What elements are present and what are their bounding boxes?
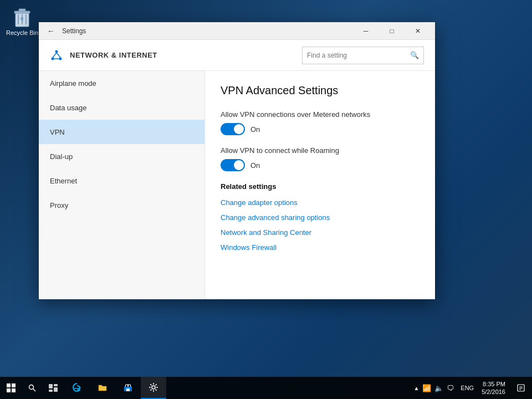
roaming-label: Allow VPN to connect while Roaming [221,146,420,155]
svg-rect-13 [12,383,16,387]
recycle-bin-label: Recycle Bin [6,29,38,36]
change-advanced-sharing-link[interactable]: Change advanced sharing options [221,213,420,222]
sidebar-item-proxy[interactable]: Proxy [39,193,204,217]
minimize-button[interactable]: ─ [353,22,378,40]
svg-rect-1 [14,11,30,13]
recycle-bin[interactable]: Recycle Bin [6,6,39,36]
svg-rect-2 [19,9,25,11]
svg-rect-12 [7,383,11,387]
notification-tray-icon[interactable]: 🗨 [447,384,454,392]
time-display: 8:35 PM [482,380,505,388]
sidebar-item-data-usage[interactable]: Data usage [39,95,204,120]
desktop: Recycle Bin ← Settings ─ □ ✕ NETWORK & [0,0,532,399]
svg-line-17 [33,389,36,392]
change-adapter-options-link[interactable]: Change adapter options [221,198,420,207]
roaming-toggle-row: On [221,159,420,171]
sidebar-item-airplane-mode[interactable]: Airplane mode [39,71,204,95]
edge-taskbar-app[interactable] [64,377,90,399]
search-icon: 🔍 [410,51,419,59]
network-sharing-center-link[interactable]: Network and Sharing Center [221,228,420,237]
roaming-setting: Allow VPN to connect while Roaming On [221,146,420,171]
metered-networks-toggle[interactable] [221,123,245,135]
start-button[interactable] [0,377,22,399]
roaming-state: On [250,161,260,170]
language-indicator: ENG [461,385,474,391]
close-button[interactable]: ✕ [405,22,431,40]
svg-point-6 [55,50,58,53]
content-area: VPN Advanced Settings Allow VPN connecti… [205,71,435,299]
svg-point-25 [152,386,155,389]
store-taskbar-app[interactable] [115,377,141,399]
sidebar: Airplane mode Data usage VPN Dial-up Eth… [39,71,205,299]
volume-tray-icon[interactable]: 🔈 [434,384,443,392]
file-explorer-taskbar-app[interactable] [90,377,115,399]
settings-taskbar-app[interactable] [141,377,166,399]
window-controls: ─ □ ✕ [353,22,431,40]
related-settings-section: Related settings Change adapter options … [221,182,420,252]
date-display: 5/2/2016 [482,388,505,396]
metered-networks-label: Allow VPN connections over Metered netwo… [221,110,420,119]
settings-body: Airplane mode Data usage VPN Dial-up Eth… [39,71,435,299]
window-title: Settings [59,27,353,35]
network-tray-icon: 📶 [422,384,431,392]
svg-line-10 [57,53,60,58]
related-settings-title: Related settings [221,182,420,191]
title-bar: ← Settings ─ □ ✕ [39,22,435,40]
header-title: NETWORK & INTERNET [70,51,295,59]
action-center-button[interactable] [510,377,532,399]
svg-point-16 [29,385,34,390]
sidebar-item-ethernet[interactable]: Ethernet [39,168,204,193]
network-icon [50,49,63,62]
svg-rect-15 [12,388,16,392]
metered-networks-state: On [250,125,260,134]
svg-rect-24 [126,388,130,391]
metered-networks-setting: Allow VPN connections over Metered netwo… [221,110,420,135]
svg-rect-18 [49,384,53,388]
taskbar-apps [64,377,410,399]
search-box[interactable]: 🔍 [302,47,424,64]
maximize-button[interactable]: □ [379,22,405,40]
taskbar-clock[interactable]: 8:35 PM 5/2/2016 [477,380,510,396]
taskbar-search-button[interactable] [22,377,42,399]
svg-line-9 [53,53,57,58]
windows-firewall-link[interactable]: Windows Firewall [221,243,420,252]
back-button[interactable]: ← [43,23,59,39]
svg-rect-19 [54,384,58,386]
roaming-toggle[interactable] [221,159,245,171]
task-view-button[interactable] [42,377,64,399]
svg-rect-20 [54,387,58,392]
svg-rect-21 [49,390,53,392]
sidebar-item-dialup[interactable]: Dial-up [39,144,204,168]
taskbar: ▲ 📶 🔈 🗨 ENG 8:35 PM 5/2/2016 [0,377,532,399]
svg-rect-14 [7,388,11,392]
settings-header: NETWORK & INTERNET 🔍 [39,40,435,71]
metered-networks-toggle-row: On [221,123,420,135]
page-title: VPN Advanced Settings [221,84,420,97]
settings-window: ← Settings ─ □ ✕ NETWORK & INTERNET 🔍 [39,22,435,299]
sidebar-item-vpn[interactable]: VPN [39,120,204,144]
system-tray: ▲ 📶 🔈 🗨 [410,384,457,392]
tray-up-arrow[interactable]: ▲ [413,385,419,391]
search-input[interactable] [307,52,407,59]
